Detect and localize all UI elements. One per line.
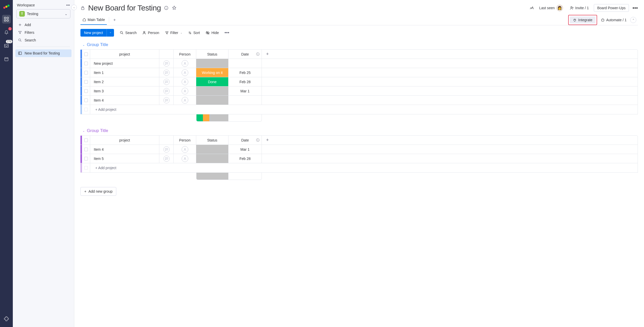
item-name-cell[interactable]: New project — [90, 59, 159, 68]
my-work-icon[interactable] — [2, 55, 11, 63]
collapse-header-button[interactable]: ⌃ — [630, 17, 636, 23]
select-all-checkbox[interactable] — [84, 138, 88, 142]
date-cell[interactable] — [228, 96, 262, 105]
monday-logo[interactable] — [3, 3, 10, 10]
status-cell[interactable] — [196, 86, 228, 95]
conversation-icon[interactable] — [163, 60, 170, 67]
conversation-icon[interactable] — [163, 70, 170, 76]
tab-main-table[interactable]: Main Table — [80, 15, 107, 25]
conversation-icon[interactable] — [163, 88, 170, 94]
row-checkbox[interactable] — [84, 99, 88, 102]
activity-icon[interactable] — [529, 6, 534, 10]
status-cell[interactable]: Working on it — [196, 68, 228, 77]
column-project-header[interactable]: project — [90, 136, 159, 145]
select-all-checkbox[interactable] — [84, 52, 88, 56]
column-date-header[interactable]: Dateⓘ — [228, 136, 262, 145]
sidebar-board-item[interactable]: New Board for Testing — [15, 49, 71, 57]
add-view-button[interactable]: + — [111, 15, 118, 25]
table-row[interactable]: Item 3 Mar 1 — [80, 86, 638, 96]
group-collapse-icon[interactable]: ⌄ — [82, 129, 85, 133]
assign-person-icon[interactable] — [182, 155, 188, 162]
column-person-header[interactable]: Person — [174, 136, 196, 145]
item-name-cell[interactable]: Item 5 — [90, 154, 159, 163]
conversation-icon[interactable] — [163, 146, 170, 152]
date-cell[interactable]: Feb 28 — [228, 77, 262, 86]
column-person-header[interactable]: Person — [174, 50, 196, 59]
date-cell[interactable]: Feb 25 — [228, 68, 262, 77]
table-row[interactable]: Item 1 Working on it Feb 25 — [80, 68, 638, 77]
board-options-icon[interactable]: ••• — [632, 5, 638, 11]
date-cell[interactable] — [228, 59, 262, 68]
assign-person-icon[interactable] — [182, 88, 188, 94]
add-column-button[interactable]: + — [262, 136, 273, 145]
status-cell[interactable] — [196, 96, 228, 105]
automate-button[interactable]: Automate / 1 — [600, 16, 628, 24]
conversation-icon[interactable] — [163, 97, 170, 103]
row-checkbox[interactable] — [84, 80, 88, 84]
assign-person-icon[interactable] — [182, 79, 188, 85]
notifications-icon[interactable]: 1 — [2, 28, 11, 37]
sidebar-filters[interactable]: Filters — [15, 29, 71, 36]
item-name-cell[interactable]: Item 4 — [90, 96, 159, 105]
new-project-button[interactable]: New project ⌄ — [80, 29, 114, 37]
table-row[interactable]: Item 2 Done Feb 28 — [80, 77, 638, 86]
column-date-header[interactable]: Dateⓘ — [228, 50, 262, 59]
last-seen-button[interactable]: Last seen 👩 — [538, 4, 565, 12]
item-name-cell[interactable]: Item 4 — [90, 145, 159, 154]
collapse-sidebar-button[interactable]: ‹ — [71, 5, 77, 10]
assign-person-icon[interactable] — [182, 69, 188, 76]
status-cell[interactable] — [196, 154, 228, 163]
add-item-input[interactable]: + Add project — [90, 163, 638, 172]
assign-person-icon[interactable] — [182, 146, 188, 153]
status-cell[interactable]: Done — [196, 77, 228, 86]
assign-person-icon[interactable] — [182, 97, 188, 104]
row-checkbox[interactable] — [84, 157, 88, 160]
item-name-cell[interactable]: Item 2 — [90, 77, 159, 86]
group-collapse-icon[interactable]: ⌄ — [82, 43, 85, 47]
table-row[interactable]: Item 4 Mar 1 — [80, 145, 638, 154]
status-cell[interactable] — [196, 145, 228, 154]
group-title[interactable]: Group Title — [87, 42, 108, 47]
board-title[interactable]: New Board for Testing — [88, 4, 161, 12]
row-checkbox[interactable] — [84, 148, 88, 151]
star-icon[interactable] — [172, 5, 177, 10]
new-project-chevron[interactable]: ⌄ — [107, 29, 114, 37]
toolbar-person[interactable]: Person — [142, 31, 159, 35]
sidebar-add[interactable]: Add — [15, 21, 71, 29]
conversation-icon[interactable] — [163, 79, 170, 85]
sidebar-search[interactable]: Search — [15, 36, 71, 44]
column-status-header[interactable]: Status — [196, 136, 228, 145]
status-cell[interactable] — [196, 59, 228, 68]
date-cell[interactable]: Feb 28 — [228, 154, 262, 163]
toolbar-hide[interactable]: Hide — [205, 31, 219, 35]
integrate-button[interactable]: Integrate — [570, 16, 595, 24]
column-status-header[interactable]: Status — [196, 50, 228, 59]
table-row[interactable]: New project — [80, 59, 638, 68]
date-cell[interactable]: Mar 1 — [228, 145, 262, 154]
workspace-selector[interactable]: T Testing ⌄ — [16, 9, 70, 18]
row-checkbox[interactable] — [84, 71, 88, 74]
column-project-header[interactable]: project — [90, 50, 159, 59]
table-row[interactable]: Item 4 — [80, 96, 638, 105]
row-checkbox[interactable] — [84, 89, 88, 93]
row-checkbox[interactable] — [84, 62, 88, 65]
powerups-button[interactable]: Board Power-Ups — [594, 4, 629, 12]
workspaces-icon[interactable] — [2, 15, 11, 24]
item-name-cell[interactable]: Item 3 — [90, 86, 159, 95]
info-icon[interactable]: ⓘ — [256, 138, 259, 143]
conversation-icon[interactable] — [163, 156, 170, 162]
sidebar-menu-icon[interactable]: ••• — [66, 3, 70, 7]
toolbar-filter[interactable]: Filter ⌄ — [165, 31, 182, 35]
info-icon[interactable] — [164, 6, 169, 10]
toolbar-search[interactable]: Search — [120, 31, 137, 35]
info-icon[interactable]: ⓘ — [256, 52, 259, 57]
assign-person-icon[interactable] — [182, 60, 188, 67]
inbox-icon[interactable]: 276 — [2, 41, 11, 50]
toolbar-more-icon[interactable]: ••• — [224, 30, 229, 36]
date-cell[interactable]: Mar 1 — [228, 86, 262, 95]
table-row[interactable]: Item 5 Feb 28 — [80, 154, 638, 163]
item-name-cell[interactable]: Item 1 — [90, 68, 159, 77]
invite-button[interactable]: Invite / 1 — [568, 5, 590, 11]
apps-icon[interactable] — [2, 314, 11, 323]
add-group-button[interactable]: + Add new group — [80, 187, 116, 196]
